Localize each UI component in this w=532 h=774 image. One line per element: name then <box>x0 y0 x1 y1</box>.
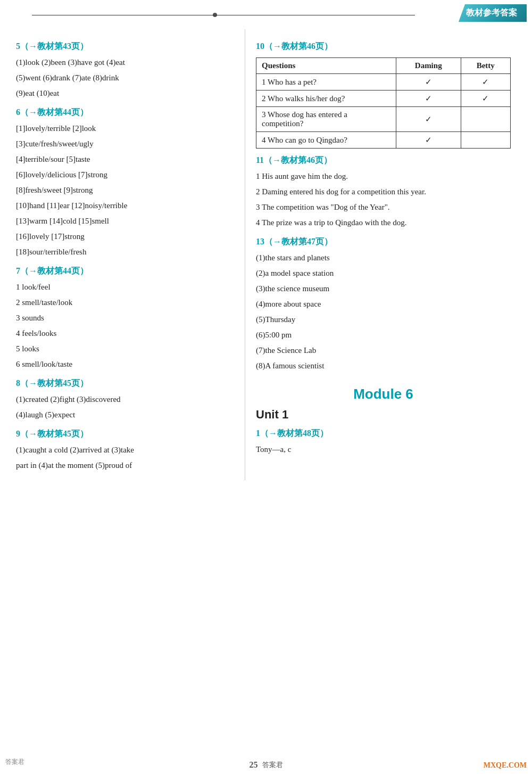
table-cell-betty: ✓ <box>461 74 510 90</box>
table-row: 3 Whose dog has entered a competition? ✓ <box>256 107 511 132</box>
list-item: 3 The competition was "Dog of the Year". <box>256 200 511 215</box>
title-badge: 教材参考答案 <box>459 4 527 22</box>
table-cell-daming: ✓ <box>396 90 461 107</box>
list-item: (1)caught a cold (2)arrived at (3)take <box>16 443 234 457</box>
list-item: 1 look/feel <box>16 280 234 294</box>
list-item: 6 smell/look/taste <box>16 357 234 372</box>
table-header-questions: Questions <box>256 58 396 74</box>
list-item: [3]cute/fresh/sweet/ugly <box>16 137 234 151</box>
list-item: [8]fresh/sweet [9]strong <box>16 183 234 197</box>
table-row: 4 Who can go to Qingdao? ✓ <box>256 132 511 149</box>
list-item: (5)went (6)drank (7)ate (8)drink <box>16 71 234 85</box>
header-bar: 教材参考答案 <box>266 0 532 26</box>
table-header-daming: Daming <box>396 58 461 74</box>
page-number: 25 <box>250 760 258 770</box>
table-cell-daming: ✓ <box>396 74 461 90</box>
table-cell-question: 3 Whose dog has entered a competition? <box>256 107 396 132</box>
title-text: 教材参考答案 <box>466 7 517 19</box>
list-item: (7)the Science Lab <box>256 343 511 358</box>
list-item: (3)the science museum <box>256 282 511 296</box>
list-item: Tony—a, c <box>256 442 511 457</box>
footer: 答案君 25 答案君 <box>0 760 532 770</box>
table-row: 1 Who has a pet? ✓ ✓ <box>256 74 511 90</box>
section-9-heading: 9（→教材第45页） <box>16 429 234 440</box>
unit-section-content: Tony—a, c <box>256 442 511 457</box>
list-item: [10]hand [11]ear [12]noisy/terrible <box>16 199 234 213</box>
list-item: (1)look (2)been (3)have got (4)eat <box>16 55 234 70</box>
section-13-heading: 13（→教材第47页） <box>256 236 511 248</box>
list-item: (5)Thursday <box>256 312 511 327</box>
list-item: 2 Daming entered his dog for a competiti… <box>256 185 511 199</box>
section-11-content: 1 His aunt gave him the dog. 2 Daming en… <box>256 169 511 230</box>
table-cell-daming: ✓ <box>396 132 461 149</box>
footer-text: 答案君 <box>262 760 283 770</box>
table-cell-question: 4 Who can go to Qingdao? <box>256 132 396 149</box>
list-item: [18]sour/terrible/fresh <box>16 245 234 259</box>
list-item: 3 sounds <box>16 311 234 325</box>
list-item: (4)more about space <box>256 297 511 311</box>
section-8-content: (1)created (2)fight (3)discovered (4)lau… <box>16 392 234 422</box>
module-title: Module 6 <box>256 386 511 402</box>
section-9-content: (1)caught a cold (2)arrived at (3)take p… <box>16 443 234 473</box>
section-13-content: (1)the stars and planets (2)a model spac… <box>256 251 511 373</box>
section-5-content: (1)look (2)been (3)have got (4)eat (5)we… <box>16 55 234 101</box>
right-column: 10（→教材第46页） Questions Daming Betty 1 Who… <box>245 29 521 480</box>
list-item: 1 His aunt gave him the dog. <box>256 169 511 184</box>
table-cell-daming: ✓ <box>396 107 461 132</box>
unit-title: Unit 1 <box>256 408 511 422</box>
list-item: 5 looks <box>16 342 234 356</box>
list-item: [16]lovely [17]strong <box>16 229 234 244</box>
section-6-heading: 6（→教材第44页） <box>16 107 234 118</box>
section-7-heading: 7（→教材第44页） <box>16 266 234 277</box>
list-item: [13]warm [14]cold [15]smell <box>16 214 234 228</box>
section-7-content: 1 look/feel 2 smell/taste/look 3 sounds … <box>16 280 234 372</box>
list-item: (1)the stars and planets <box>256 251 511 265</box>
list-item: (6)5:00 pm <box>256 328 511 342</box>
list-item: (4)laugh (5)expect <box>16 408 234 422</box>
main-content: 5（→教材第43页） (1)look (2)been (3)have got (… <box>0 0 532 501</box>
list-item: [4]terrible/sour [5]taste <box>16 152 234 167</box>
table-cell-betty: ✓ <box>461 90 510 107</box>
table-header-betty: Betty <box>461 58 510 74</box>
unit-section-heading: 1（→教材第48页） <box>256 428 511 439</box>
watermark: MXQE.COM <box>484 761 527 770</box>
list-item: (9)eat (10)eat <box>16 86 234 101</box>
list-item: (2)a model space station <box>256 266 511 281</box>
list-item: [6]lovely/delicious [7]strong <box>16 168 234 182</box>
connector-line <box>32 15 415 15</box>
table-row: 2 Who walks his/her dog? ✓ ✓ <box>256 90 511 107</box>
table-cell-betty <box>461 132 510 149</box>
answer-table: Questions Daming Betty 1 Who has a pet? … <box>256 57 511 149</box>
section-6-content: [1]lovely/terrible [2]look [3]cute/fresh… <box>16 121 234 259</box>
list-item: 2 smell/taste/look <box>16 295 234 310</box>
list-item: (8)A famous scientist <box>256 359 511 373</box>
list-item: 4 feels/looks <box>16 326 234 341</box>
list-item: part in (4)at the moment (5)proud of <box>16 458 234 473</box>
list-item: 4 The prize was a trip to Qingdao with t… <box>256 216 511 230</box>
table-cell-question: 2 Who walks his/her dog? <box>256 90 396 107</box>
list-item: (1)created (2)fight (3)discovered <box>16 392 234 407</box>
section-10-heading: 10（→教材第46页） <box>256 41 511 52</box>
section-11-heading: 11（→教材第46页） <box>256 155 511 166</box>
footer-logo: 答案君 <box>5 757 24 767</box>
table-cell-betty <box>461 107 510 132</box>
section-8-heading: 8（→教材第45页） <box>16 378 234 389</box>
left-column: 5（→教材第43页） (1)look (2)been (3)have got (… <box>0 29 245 480</box>
table-cell-question: 1 Who has a pet? <box>256 74 396 90</box>
list-item: [1]lovely/terrible [2]look <box>16 121 234 136</box>
section-5-heading: 5（→教材第43页） <box>16 41 234 52</box>
